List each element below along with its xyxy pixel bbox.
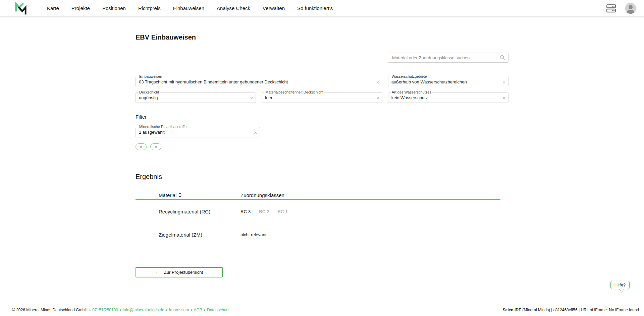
field-einbauweisen-label: Einbauweisen (138, 74, 163, 78)
nav-item-positionen[interactable]: Positionen (102, 5, 126, 11)
field-wasserschutzgebiete-label: Wasserschutzgebiete (391, 74, 428, 78)
debug-info: Selen IDE (Mineral Minds) | c812468cff56… (503, 308, 639, 312)
field-deckschicht-label: Deckschicht (138, 90, 160, 94)
debug-info-bold: Selen IDE (503, 308, 521, 312)
app-header: Karte Projekte Positionen Richtpreis Ein… (0, 0, 644, 16)
page-footer: © 2026 Mineral Minds Deutschland GmbH • … (0, 308, 644, 312)
copyright-text: © 2026 Mineral Minds Deutschland GmbH (12, 308, 88, 312)
table-header-row: Material Zuordnungsklassen (136, 191, 500, 200)
result-heading: Ergebnis (136, 173, 508, 181)
field-materialbeschaffenheit-value: leer (265, 95, 272, 100)
field-mineralische-ersatzbaustoffe-label: Mineralische Ersatzbaustoffe (138, 125, 187, 129)
nav-item-analyse-check[interactable]: Analyse Check (217, 5, 250, 11)
nav-item-verwalten[interactable]: Verwalten (263, 5, 285, 11)
column-header-zuordnungsklassen: Zuordnungsklassen (240, 192, 284, 198)
classes-cell: RC-3 RC-2 RC-1 (240, 209, 288, 214)
clear-icon[interactable]: × (376, 79, 379, 84)
table-row: Recyclingmaterial (RC) RC-3 RC-2 RC-1 (136, 200, 500, 223)
clear-icon[interactable]: × (376, 95, 379, 100)
search-input[interactable] (388, 53, 508, 63)
material-cell: Ziegelmaterial (ZM) (136, 232, 240, 238)
class-badge: nicht relevant (240, 232, 266, 237)
clear-icon[interactable]: × (250, 95, 253, 100)
sort-icon (178, 193, 182, 197)
class-badge: RC-3 (240, 209, 251, 214)
field-einbauweisen[interactable]: Einbauweisen 03 Tragschicht mit hydrauli… (136, 77, 382, 87)
separator-dot: • (89, 308, 91, 312)
selection-fields: Einbauweisen 03 Tragschicht mit hydrauli… (136, 77, 508, 103)
close-icon: × (155, 145, 157, 149)
field-materialbeschaffenheit-label: Materialbeschaffenheit Deckschicht (264, 90, 324, 94)
material-cell: Recyclingmaterial (RC) (136, 209, 240, 214)
arrow-left-icon: ← (155, 269, 161, 275)
filter-heading: Filter (136, 114, 508, 120)
class-badge: RC-2 (259, 209, 269, 214)
field-art-des-wasserschutzes-value: kein Wasserschutz (391, 95, 428, 100)
close-icon: × (140, 145, 143, 149)
separator-dot: • (166, 308, 167, 312)
table-row: Ziegelmaterial (ZM) nicht relevant (136, 223, 500, 246)
column-header-material-label: Material (159, 192, 176, 198)
column-header-material[interactable]: Material (136, 192, 240, 198)
class-badge: RC-1 (278, 209, 288, 214)
clear-icon[interactable]: × (502, 95, 505, 100)
nav-item-projekte[interactable]: Projekte (71, 5, 90, 11)
result-table: Material Zuordnungsklassen Recyclingmate… (136, 191, 500, 246)
nav-item-so-funktionierts[interactable]: So funktioniert's (297, 5, 333, 11)
filter-chip[interactable]: × (150, 143, 161, 150)
field-mineralische-ersatzbaustoffe-value: 2 ausgewählt (139, 130, 165, 135)
classes-cell: nicht relevant (240, 232, 266, 237)
filter-chip-row: × × (136, 143, 508, 150)
field-art-des-wasserschutzes-label: Art des Wasserschutzes (391, 90, 432, 94)
field-wasserschutzgebiete-value: außerhalb von Wasserschutzbereichen (391, 79, 467, 84)
field-materialbeschaffenheit[interactable]: Materialbeschaffenheit Deckschicht leer … (262, 92, 382, 103)
field-wasserschutzgebiete[interactable]: Wasserschutzgebiete außerhalb von Wasser… (388, 77, 508, 87)
field-deckschicht-value: ungünstig (139, 95, 158, 100)
nav-item-karte[interactable]: Karte (47, 5, 59, 11)
user-avatar-icon[interactable] (625, 3, 636, 14)
main-content: EBV Einbauweisen Einbauweisen 03 Tragsch… (136, 34, 508, 277)
search-icon[interactable] (500, 55, 505, 60)
email-link[interactable]: info@mineral-minds.de (123, 308, 164, 312)
field-deckschicht[interactable]: Deckschicht ungünstig × (136, 92, 256, 103)
clear-icon[interactable]: × (254, 130, 257, 135)
field-art-des-wasserschutzes[interactable]: Art des Wasserschutzes kein Wasserschutz… (388, 92, 508, 103)
nav-item-einbauweisen[interactable]: Einbauweisen (173, 5, 204, 11)
phone-link[interactable]: 07151/250100 (92, 308, 118, 312)
field-mineralische-ersatzbaustoffe[interactable]: Mineralische Ersatzbaustoffe 2 ausgewähl… (136, 127, 260, 137)
separator-dot: • (191, 308, 192, 312)
field-einbauweisen-value: 03 Tragschicht mit hydraulischen Bindemi… (139, 79, 288, 84)
datenschutz-link[interactable]: Datenschutz (207, 308, 229, 312)
agb-link[interactable]: AGB (194, 308, 202, 312)
clear-icon[interactable]: × (502, 79, 505, 84)
server-icon[interactable] (606, 4, 616, 13)
help-button[interactable]: Hilfe? (610, 281, 630, 289)
separator-dot: • (204, 308, 205, 312)
back-to-project-overview-button[interactable]: ← Zur Projektübersicht (136, 267, 223, 277)
mineral-minds-logo[interactable] (14, 2, 28, 15)
impressum-link[interactable]: Impressum (169, 308, 189, 312)
back-button-label: Zur Projektübersicht (164, 270, 203, 275)
page-title: EBV Einbauweisen (136, 34, 508, 41)
debug-info-rest: (Mineral Minds) | c812468cff56 | URL of … (521, 308, 639, 312)
main-nav: Karte Projekte Positionen Richtpreis Ein… (47, 5, 333, 11)
separator-dot: • (120, 308, 121, 312)
filter-chip[interactable]: × (136, 143, 147, 150)
nav-item-richtpreis[interactable]: Richtpreis (138, 5, 161, 11)
search-box (388, 53, 508, 63)
